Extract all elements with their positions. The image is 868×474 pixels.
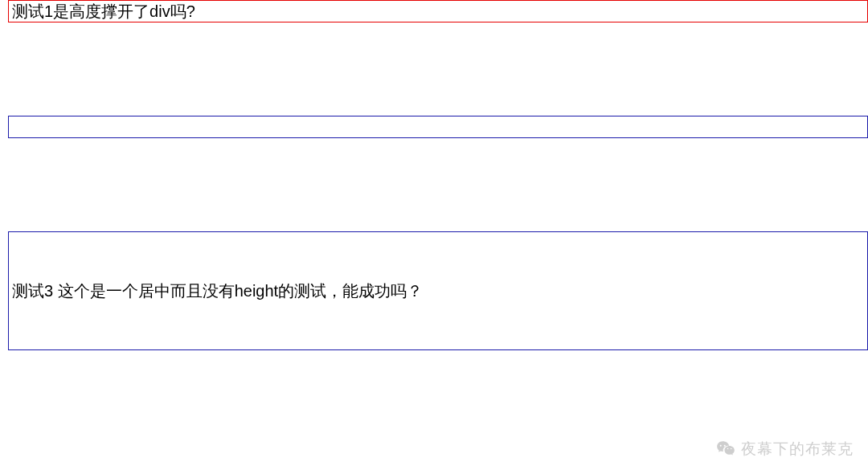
test-box-2 [8,116,868,138]
test-box-1-text: 测试1是高度撑开了div吗? [12,1,195,22]
watermark-text: 夜幕下的布莱克 [741,439,854,460]
test-box-3: 测试3 这个是一个居中而且没有height的测试，能成功吗？ [8,231,868,350]
watermark: 夜幕下的布莱克 [715,439,854,460]
test-box-3-text: 测试3 这个是一个居中而且没有height的测试，能成功吗？ [12,280,423,302]
test-box-1: 测试1是高度撑开了div吗? [8,0,868,22]
wechat-icon [715,439,736,460]
